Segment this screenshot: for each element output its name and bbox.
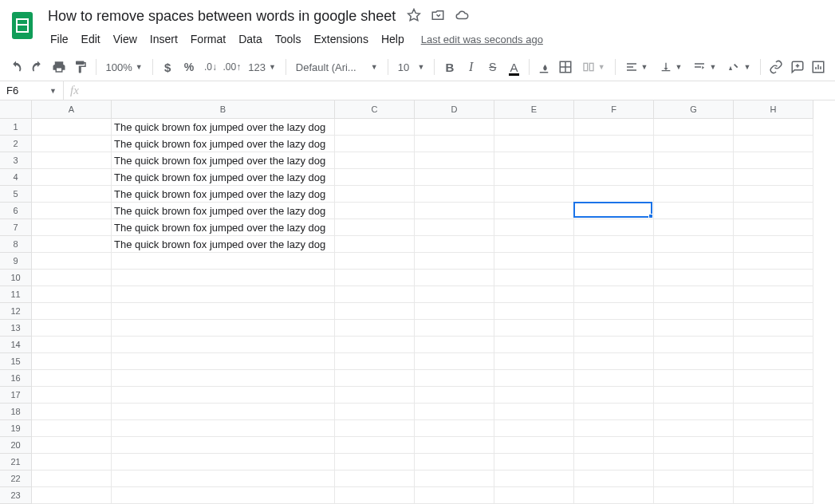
cell-H2[interactable] [734,136,813,152]
undo-button[interactable] [6,57,26,77]
cell-G4[interactable] [654,169,734,186]
last-edit-link[interactable]: Last edit was seconds ago [421,33,543,45]
cell-C13[interactable] [335,320,415,337]
cell-D11[interactable] [415,286,494,303]
cell-C1[interactable] [335,119,415,136]
cell-G12[interactable] [654,303,734,320]
row-header-11[interactable]: 11 [0,286,32,303]
cell-E11[interactable] [494,286,574,303]
horizontal-align-dropdown[interactable]: ▼ [620,57,653,77]
cell-E13[interactable] [494,320,574,337]
menu-tools[interactable]: Tools [270,30,307,49]
cell-F5[interactable] [574,186,654,203]
cell-A22[interactable] [32,471,112,487]
cell-B13[interactable] [112,320,335,337]
print-button[interactable] [49,57,69,77]
cell-G13[interactable] [654,320,734,337]
column-header-C[interactable]: C [335,100,415,119]
cell-D14[interactable] [415,337,494,353]
text-wrap-dropdown[interactable]: ▼ [688,57,721,77]
column-header-A[interactable]: A [32,100,112,119]
cell-F1[interactable] [574,119,654,136]
cell-G22[interactable] [654,471,734,487]
sheets-logo[interactable] [6,10,38,41]
cell-E6[interactable] [494,203,574,219]
row-header-3[interactable]: 3 [0,152,32,169]
cell-G5[interactable] [654,186,734,203]
column-header-F[interactable]: F [574,100,654,119]
cell-B3[interactable]: The quick brown fox jumped over the lazy… [112,152,335,169]
cell-G3[interactable] [654,152,734,169]
cell-H15[interactable] [734,353,813,370]
cell-G15[interactable] [654,353,734,370]
menu-help[interactable]: Help [376,30,410,49]
cell-E16[interactable] [494,370,574,387]
cell-H9[interactable] [734,253,813,270]
cell-E2[interactable] [494,136,574,152]
row-header-7[interactable]: 7 [0,219,32,236]
cell-H7[interactable] [734,219,813,236]
cell-A9[interactable] [32,253,112,270]
cell-A8[interactable] [32,236,112,253]
cell-B12[interactable] [112,303,335,320]
cell-A21[interactable] [32,454,112,471]
cell-A13[interactable] [32,320,112,337]
cell-D16[interactable] [415,370,494,387]
cell-A12[interactable] [32,303,112,320]
cell-C6[interactable] [335,203,415,219]
cell-C2[interactable] [335,136,415,152]
column-header-B[interactable]: B [112,100,335,119]
cell-G7[interactable] [654,219,734,236]
cell-G19[interactable] [654,420,734,437]
cell-E4[interactable] [494,169,574,186]
cell-E19[interactable] [494,420,574,437]
cell-A18[interactable] [32,404,112,420]
cell-A20[interactable] [32,437,112,454]
cell-E23[interactable] [494,487,574,504]
cell-G18[interactable] [654,404,734,420]
cell-F2[interactable] [574,136,654,152]
decrease-decimal-button[interactable]: .0↓ [200,57,220,77]
cell-F13[interactable] [574,320,654,337]
increase-decimal-button[interactable]: .00↑ [222,57,242,77]
cell-F20[interactable] [574,437,654,454]
cell-C10[interactable] [335,270,415,286]
cell-A14[interactable] [32,337,112,353]
cell-A2[interactable] [32,136,112,152]
cell-G11[interactable] [654,286,734,303]
cell-F7[interactable] [574,219,654,236]
cell-H23[interactable] [734,487,813,504]
cell-E15[interactable] [494,353,574,370]
cell-C19[interactable] [335,420,415,437]
row-header-15[interactable]: 15 [0,353,32,370]
percent-button[interactable]: % [179,57,199,77]
cell-F12[interactable] [574,303,654,320]
cell-B16[interactable] [112,370,335,387]
cell-F9[interactable] [574,253,654,270]
cell-B2[interactable]: The quick brown fox jumped over the lazy… [112,136,335,152]
cell-C23[interactable] [335,487,415,504]
currency-button[interactable]: $ [158,57,178,77]
cell-D21[interactable] [415,454,494,471]
cell-E7[interactable] [494,219,574,236]
menu-edit[interactable]: Edit [76,30,106,49]
cell-H6[interactable] [734,203,813,219]
row-header-8[interactable]: 8 [0,236,32,253]
cell-A15[interactable] [32,353,112,370]
cell-F10[interactable] [574,270,654,286]
cell-F22[interactable] [574,471,654,487]
cell-B23[interactable] [112,487,335,504]
cell-F15[interactable] [574,353,654,370]
cell-C3[interactable] [335,152,415,169]
text-rotation-dropdown[interactable]: ▼ [723,57,755,77]
cell-D1[interactable] [415,119,494,136]
row-header-5[interactable]: 5 [0,186,32,203]
cell-G2[interactable] [654,136,734,152]
cell-D10[interactable] [415,270,494,286]
cell-D2[interactable] [415,136,494,152]
row-header-19[interactable]: 19 [0,420,32,437]
cell-C15[interactable] [335,353,415,370]
row-header-1[interactable]: 1 [0,119,32,136]
cell-A1[interactable] [32,119,112,136]
cell-D23[interactable] [415,487,494,504]
